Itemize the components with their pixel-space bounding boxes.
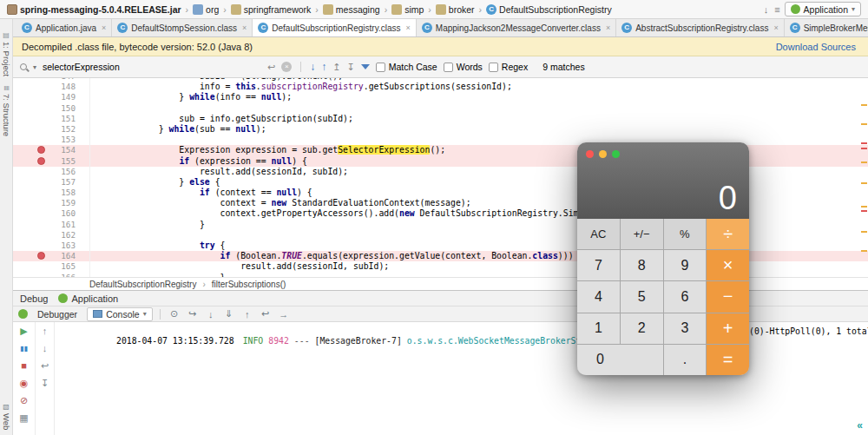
- menu-icon[interactable]: ≡: [774, 4, 779, 15]
- match-case-checkbox[interactable]: Match Case: [376, 62, 437, 72]
- calc-key-multiply[interactable]: ×: [707, 250, 749, 280]
- line-number[interactable]: 157: [13, 177, 89, 188]
- scrollbar-mark[interactable]: [861, 148, 867, 149]
- debug-session-tab[interactable]: Application: [58, 293, 118, 304]
- run-to-cursor-icon[interactable]: →: [277, 309, 291, 320]
- breadcrumb-class[interactable]: DefaultSubscriptionRegistry: [89, 280, 196, 289]
- calc-key-digit-7[interactable]: 7: [577, 250, 620, 280]
- editor-tab-mappingjackson2messageconverter-class[interactable]: CMappingJackson2MessageConverter.class×: [417, 19, 616, 36]
- debugger-tab-debugger[interactable]: Debugger: [32, 308, 82, 320]
- calc-key-decimal[interactable]: .: [664, 345, 707, 375]
- editor-tab-abstractsubscriptionregistry-class[interactable]: CAbstractSubscriptionRegistry.class×: [616, 19, 784, 36]
- line-number[interactable]: 166: [13, 273, 89, 277]
- line-number[interactable]: 156: [13, 167, 89, 177]
- words-checkbox[interactable]: Words: [444, 62, 483, 72]
- download-sources-link[interactable]: Download Sources: [776, 42, 856, 52]
- scrollbar-mark[interactable]: [861, 104, 867, 106]
- calc-key-plus-minus[interactable]: +/−: [621, 219, 663, 249]
- scroll-left-icon[interactable]: «: [857, 419, 863, 432]
- scrollbar-mark[interactable]: [861, 123, 867, 125]
- newline-icon[interactable]: ↩: [267, 62, 275, 73]
- line-number[interactable]: 155: [13, 156, 89, 167]
- run-config-dropdown[interactable]: Application ▾: [785, 2, 861, 16]
- code-line[interactable]: 152 } while(sub == null);: [13, 124, 868, 135]
- line-number[interactable]: 164: [13, 251, 89, 261]
- line-number[interactable]: 153: [13, 135, 89, 145]
- scroll-down-icon[interactable]: ↓: [43, 344, 48, 353]
- mute-breakpoints-icon[interactable]: ⊘: [20, 396, 28, 405]
- editor-tab-defaultstompsession-class[interactable]: CDefaultStompSession.class×: [112, 19, 253, 36]
- breakpoint-icon[interactable]: [37, 157, 45, 165]
- breadcrumb-item[interactable]: simp: [390, 4, 425, 15]
- resume-icon[interactable]: ▶: [20, 326, 27, 336]
- breadcrumb-item[interactable]: spring-messaging-5.0.4.RELEASE.jar: [5, 4, 183, 15]
- line-number[interactable]: 161: [13, 220, 89, 230]
- debugger-tab-console[interactable]: Console▾: [87, 307, 153, 321]
- code-line[interactable]: 151 sub = info.getSubscription(subId);: [13, 114, 868, 124]
- editor-tab-simplebrokermessagehandler-class[interactable]: CSimpleBrokerMessageHandler.class×: [785, 19, 868, 36]
- breakpoint-icon[interactable]: [37, 146, 45, 154]
- view-breakpoints-icon[interactable]: ◉: [20, 379, 29, 388]
- minimize-window-icon[interactable]: [599, 150, 607, 158]
- scrollbar-mark[interactable]: [861, 206, 867, 208]
- editor-tab-application-java[interactable]: CApplication.java×: [16, 19, 112, 36]
- calculator-window[interactable]: 0 AC+/−%÷789×456−123+0.=: [577, 142, 749, 375]
- code-line[interactable]: 149 } while(info == null);: [13, 92, 868, 102]
- checkbox-box[interactable]: [489, 63, 498, 72]
- line-number[interactable]: 152: [13, 124, 89, 135]
- scroll-up-icon[interactable]: ↑: [43, 326, 48, 336]
- line-number[interactable]: 151: [13, 114, 89, 124]
- line-number[interactable]: 150: [13, 103, 89, 114]
- breakpoint-icon[interactable]: [37, 252, 45, 260]
- restore-layout-icon[interactable]: ▦: [19, 413, 28, 423]
- line-number[interactable]: 148: [13, 82, 89, 92]
- line-number[interactable]: 159: [13, 198, 89, 208]
- last-occurrence-icon[interactable]: ↧: [346, 62, 354, 73]
- pause-icon[interactable]: ▮▮: [20, 344, 28, 353]
- scrollbar-mark[interactable]: [861, 182, 867, 184]
- line-number[interactable]: 149: [13, 92, 89, 102]
- close-icon[interactable]: ×: [102, 23, 106, 32]
- step-out-icon[interactable]: ↑: [240, 309, 254, 320]
- line-number[interactable]: 158: [13, 188, 89, 198]
- close-icon[interactable]: ×: [406, 23, 411, 32]
- search-history-chevron-icon[interactable]: ▾: [33, 63, 36, 71]
- checkbox-box[interactable]: [444, 63, 453, 72]
- clear-search-icon[interactable]: ×: [281, 62, 292, 72]
- scroll-down-icon[interactable]: ↓: [764, 4, 769, 15]
- step-into-icon[interactable]: ↓: [204, 309, 218, 320]
- calc-key-digit-6[interactable]: 6: [664, 281, 707, 312]
- scrollbar-mark[interactable]: [861, 210, 867, 212]
- editor-tab-defaultsubscriptionregistry-class[interactable]: CDefaultSubscriptionRegistry.class×: [253, 19, 416, 36]
- calc-key-digit-2[interactable]: 2: [621, 313, 663, 344]
- stripe-tab-1-project[interactable]: ▤1: Project: [2, 31, 11, 76]
- close-icon[interactable]: ×: [606, 23, 610, 32]
- show-execution-point-icon[interactable]: ⊙: [168, 308, 181, 320]
- previous-occurrence-icon[interactable]: ↑: [321, 61, 326, 73]
- code-line[interactable]: 150: [13, 103, 868, 114]
- breadcrumb-item[interactable]: CDefaultSubscriptionRegistry: [484, 4, 614, 15]
- line-number[interactable]: 154: [13, 145, 89, 155]
- breadcrumb-item[interactable]: messaging: [321, 4, 382, 15]
- breadcrumb-item[interactable]: org: [191, 4, 220, 15]
- scrollbar-mark[interactable]: [861, 250, 867, 252]
- checkbox-box[interactable]: [376, 63, 385, 72]
- line-number[interactable]: 162: [13, 230, 89, 241]
- calc-key-digit-9[interactable]: 9: [664, 250, 707, 280]
- stripe-tab-web[interactable]: ▧Web: [2, 403, 11, 430]
- soft-wrap-icon[interactable]: ↩: [41, 361, 49, 371]
- calc-key-digit-5[interactable]: 5: [621, 281, 663, 312]
- zoom-window-icon[interactable]: [612, 150, 620, 158]
- search-input[interactable]: selectorExpression: [43, 62, 261, 72]
- stripe-tab-7-structure[interactable]: ≣7: Structure: [2, 85, 11, 136]
- line-number[interactable]: 160: [13, 208, 89, 219]
- calc-key-add[interactable]: +: [707, 313, 749, 344]
- calc-key-percent[interactable]: %: [664, 219, 707, 249]
- scrollbar-mark[interactable]: [861, 142, 867, 144]
- close-window-icon[interactable]: [586, 150, 594, 158]
- stop-icon[interactable]: ■: [21, 361, 27, 371]
- calc-key-digit-4[interactable]: 4: [577, 281, 620, 312]
- calc-key-digit-3[interactable]: 3: [664, 313, 707, 344]
- line-number[interactable]: 163: [13, 241, 89, 251]
- step-over-icon[interactable]: ↪: [186, 308, 200, 320]
